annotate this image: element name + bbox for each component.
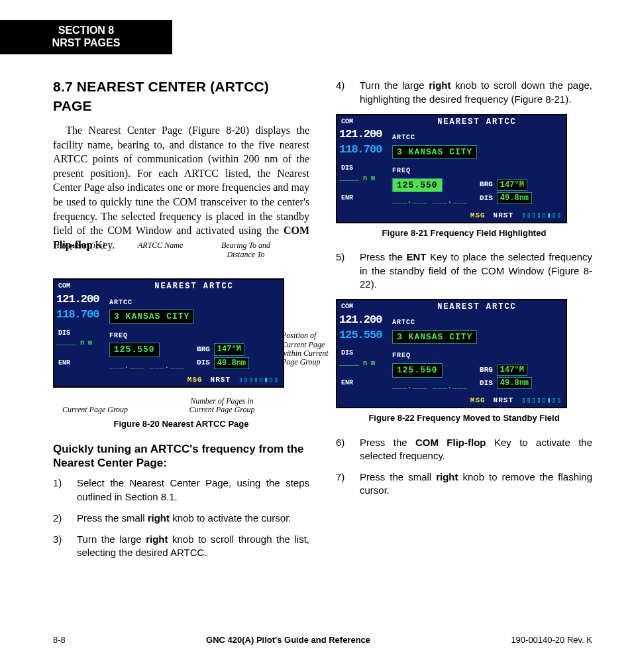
dis2-label: DIS	[197, 358, 210, 368]
freq-box: 125.550	[109, 343, 160, 357]
footer-right: 190-00140-20 Rev. K	[511, 634, 592, 646]
step-6: 6) Press the COM Flip-flop Key to activa…	[336, 436, 592, 463]
avionics-display-21: COM 121.200 118.700 NEAREST ARTCC ARTCC …	[336, 114, 567, 223]
intro-paragraph: The Nearest Center Page (Figure 8-20) di…	[53, 123, 309, 252]
footer-left: 8-8	[53, 634, 66, 646]
figure-8-20-wrap: Frequency(ies) ARTCC Name Bearing To and…	[53, 258, 309, 414]
subheading: Quickly tuning an ARTCC's frequency from…	[53, 442, 309, 471]
step-text: Select the Nearest Center Page, using th…	[77, 476, 309, 504]
step-1: 1) Select the Nearest Center Page, using…	[53, 476, 309, 504]
artcc-box: 3 KANSAS CITY	[109, 309, 194, 324]
dis2-val: 49.8nm	[214, 357, 249, 369]
footer-mid: GNC 420(A) Pilot's Guide and Reference	[206, 634, 370, 646]
anno-frequencies: Frequency(ies)	[57, 241, 105, 250]
com-standby-updated: 125.550	[339, 328, 387, 343]
step-5: 5) Press the ENT Key to place the select…	[336, 251, 592, 291]
step-3: 3) Turn the large right knob to scroll t…	[53, 533, 309, 560]
step-4: 4) Turn the large right knob to scroll d…	[336, 79, 592, 106]
left-column: 8.7 NEAREST CENTER (ARTCC) PAGE The Near…	[53, 71, 309, 567]
section-tab-line1: SECTION 8	[58, 25, 114, 36]
step-num: 1)	[53, 476, 68, 504]
com-active: 121.200	[56, 292, 104, 308]
anno-brg-dis: Bearing To and Distance To	[209, 241, 282, 258]
step-num: 4)	[336, 79, 350, 106]
nrst-indicator: NRST	[211, 375, 231, 385]
com-label: COM	[56, 280, 104, 292]
page-bar: ▯▯▯▯▯▮▯▯	[238, 375, 279, 385]
brg-val: 147°M	[214, 343, 244, 355]
steps-right-5: 5) Press the ENT Key to place the select…	[336, 251, 592, 291]
page-heading: 8.7 NEAREST CENTER (ARTCC) PAGE	[53, 78, 309, 115]
step-7: 7) Press the small right knob to remove …	[336, 471, 592, 498]
anno-position: Position of Current Page within Current …	[282, 331, 341, 366]
steps-right-top: 4) Turn the large right knob to scroll d…	[336, 79, 592, 106]
enr-label: ENR	[56, 357, 104, 369]
intro-a: The Nearest Center Page (Figure 8-20) di…	[53, 125, 309, 236]
steps-right-67: 6) Press the COM Flip-flop Key to activa…	[336, 436, 592, 498]
step-num: 3)	[53, 533, 68, 560]
anno-numpages: Number of Pages in Current Page Group	[179, 397, 265, 414]
msg-indicator: MSG	[187, 375, 203, 385]
com-standby: 118.700	[56, 308, 104, 323]
fig22-caption: Figure 8-22 Frequency Moved to Standby F…	[336, 412, 592, 424]
anno-artcc-name: ARTCC Name	[138, 241, 183, 250]
section-tab-line2: NRST PAGES	[52, 37, 121, 48]
section-tab: SECTION 8 NRST PAGES	[0, 20, 172, 54]
artcc-label: ARTCC	[109, 299, 132, 306]
com-block: COM 121.200 118.700	[54, 280, 105, 326]
brg-label: BRG	[197, 345, 210, 355]
page-footer: 8-8 GNC 420(A) Pilot's Guide and Referen…	[53, 634, 592, 646]
freq-dashes: ___.___ ___.___	[109, 362, 185, 370]
steps-left: 1) Select the Nearest Center Page, using…	[53, 476, 309, 559]
fig21-caption: Figure 8-21 Frequency Field Highlighted	[336, 227, 592, 239]
step-2: 2) Press the small right knob to activat…	[53, 512, 309, 525]
anno-group: Current Page Group	[62, 406, 128, 414]
freq-box-highlighted: 125.550	[392, 178, 443, 193]
step-num: 2)	[53, 512, 68, 525]
dis-label: DIS	[56, 327, 104, 339]
dis-val: _____ n m	[56, 339, 104, 348]
avionics-display-20: COM 121.200 118.700 NEAREST ARTCC ARTCC …	[53, 278, 284, 388]
fig20-caption: Figure 8-20 Nearest ARTCC Page	[53, 418, 309, 430]
freq-label: FREQ	[109, 332, 128, 339]
display-title: NEAREST ARTCC	[105, 280, 283, 293]
avionics-display-22: COM 121.200 125.550 NEAREST ARTCC ARTCC …	[336, 299, 567, 408]
dis-block: DIS _____ n m ENR	[54, 327, 105, 374]
right-column: 4) Turn the large right knob to scroll d…	[336, 71, 592, 567]
